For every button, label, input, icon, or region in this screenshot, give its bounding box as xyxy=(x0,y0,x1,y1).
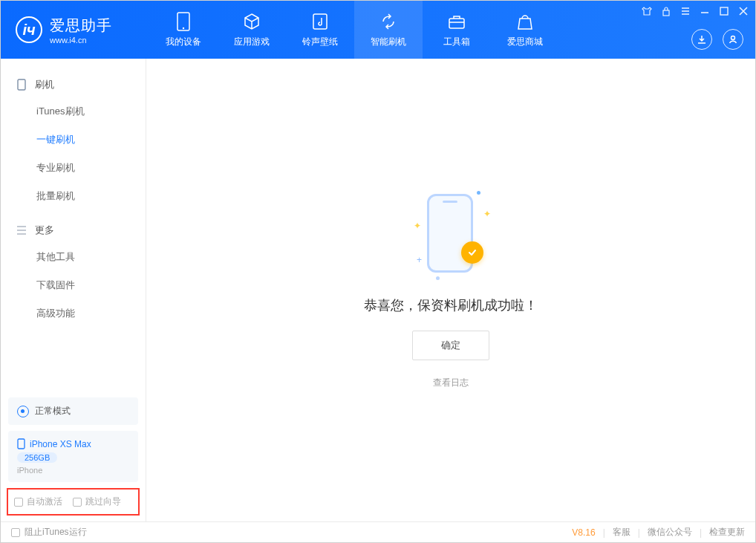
nav-tab-store[interactable]: 爱思商城 xyxy=(491,1,559,59)
nav-label: 应用游戏 xyxy=(234,36,270,48)
section-title: 更多 xyxy=(35,224,54,237)
nav-label: 铃声壁纸 xyxy=(302,36,338,48)
nav-label: 爱思商城 xyxy=(507,36,543,48)
list-icon xyxy=(16,224,27,236)
header-action-icons xyxy=(691,29,743,50)
nav-tab-flash[interactable]: 智能刷机 xyxy=(354,1,423,59)
sidebar-item-itunes-flash[interactable]: iTunes刷机 xyxy=(1,97,146,126)
sidebar: 刷机 iTunes刷机 一键刷机 专业刷机 批量刷机 更多 其他工具 下载固件 … xyxy=(1,59,146,521)
checkbox-icon xyxy=(14,498,23,507)
check-badge-icon xyxy=(461,241,483,264)
svg-rect-7 xyxy=(18,79,25,90)
menu-icon[interactable] xyxy=(680,5,691,17)
phone-outline-icon xyxy=(16,79,27,91)
status-label: 正常模式 xyxy=(35,405,71,417)
checkbox-icon xyxy=(11,528,20,537)
sidebar-bottom: 正常模式 iPhone XS Max 256GB iPhone 自动激活 跳过向… xyxy=(1,397,146,521)
svg-rect-8 xyxy=(18,439,25,449)
download-icon[interactable] xyxy=(691,29,712,50)
status-bar: 阻止iTunes运行 V8.16 | 客服 | 微信公众号 | 检查更新 xyxy=(1,521,755,542)
toolbox-icon xyxy=(447,12,466,31)
nav-label: 智能刷机 xyxy=(371,36,406,48)
device-status[interactable]: 正常模式 xyxy=(8,397,138,425)
view-log-link[interactable]: 查看日志 xyxy=(433,377,469,389)
device-capacity: 256GB xyxy=(17,452,57,463)
checkbox-auto-activate[interactable]: 自动激活 xyxy=(14,495,62,508)
lock-icon[interactable] xyxy=(660,5,672,17)
cube-icon xyxy=(242,12,261,31)
status-dot-icon xyxy=(17,406,29,417)
sidebar-item-advanced[interactable]: 高级功能 xyxy=(1,299,146,328)
svg-rect-2 xyxy=(313,14,327,29)
logo-icon: iч xyxy=(16,16,42,43)
main-content: ✦ ✦ + 恭喜您，保资料刷机成功啦！ 确定 查看日志 xyxy=(146,59,755,521)
flash-options-highlighted: 自动激活 跳过向导 xyxy=(7,488,140,516)
checkbox-icon xyxy=(73,498,82,507)
device-card[interactable]: iPhone XS Max 256GB iPhone xyxy=(8,431,138,482)
checkbox-label: 跳过向导 xyxy=(85,495,121,508)
sidebar-item-oneclick-flash[interactable]: 一键刷机 xyxy=(1,126,146,154)
version-label: V8.16 xyxy=(572,527,595,538)
app-header: iч 爱思助手 www.i4.cn 我的设备 应用游戏 铃声壁纸 xyxy=(1,1,755,59)
sidebar-item-download-firmware[interactable]: 下载固件 xyxy=(1,271,146,299)
window-controls xyxy=(641,5,749,17)
app-body: 刷机 iTunes刷机 一键刷机 专业刷机 批量刷机 更多 其他工具 下载固件 … xyxy=(1,59,755,521)
svg-rect-3 xyxy=(449,19,464,28)
sidebar-section-more: 更多 xyxy=(1,218,146,243)
checkbox-label: 自动激活 xyxy=(27,495,62,508)
success-illustration: ✦ ✦ + xyxy=(414,191,488,280)
minimize-icon[interactable] xyxy=(699,5,711,17)
svg-rect-5 xyxy=(720,7,728,15)
sidebar-item-batch-flash[interactable]: 批量刷机 xyxy=(1,182,146,210)
nav-tab-device[interactable]: 我的设备 xyxy=(149,1,218,59)
svg-point-6 xyxy=(731,36,735,40)
app-logo: iч 爱思助手 www.i4.cn xyxy=(16,1,149,59)
music-icon xyxy=(310,12,330,31)
device-icon xyxy=(174,12,193,31)
footer-link-wechat[interactable]: 微信公众号 xyxy=(648,526,692,539)
user-icon[interactable] xyxy=(723,29,743,50)
svg-rect-4 xyxy=(663,10,669,16)
nav-tab-apps[interactable]: 应用游戏 xyxy=(218,1,286,59)
svg-point-1 xyxy=(183,27,184,28)
bag-icon xyxy=(515,12,535,31)
footer-link-update[interactable]: 检查更新 xyxy=(709,526,745,539)
checkbox-skip-guide[interactable]: 跳过向导 xyxy=(73,495,121,508)
section-title: 刷机 xyxy=(35,78,54,91)
checkbox-block-itunes[interactable]: 阻止iTunes运行 xyxy=(11,526,87,539)
phone-small-icon xyxy=(17,438,25,449)
sidebar-item-pro-flash[interactable]: 专业刷机 xyxy=(1,154,146,182)
sidebar-section-flash: 刷机 xyxy=(1,72,146,97)
footer-link-support[interactable]: 客服 xyxy=(613,526,630,539)
maximize-icon[interactable] xyxy=(718,5,730,17)
device-type: iPhone xyxy=(17,466,129,475)
nav-label: 我的设备 xyxy=(166,36,201,48)
device-name: iPhone XS Max xyxy=(30,439,91,449)
confirm-button[interactable]: 确定 xyxy=(412,331,489,360)
nav-tab-ringtones[interactable]: 铃声壁纸 xyxy=(286,1,354,59)
device-name-row: iPhone XS Max xyxy=(17,438,129,449)
sidebar-item-other-tools[interactable]: 其他工具 xyxy=(1,243,146,271)
refresh-icon xyxy=(379,12,398,31)
nav-tab-toolbox[interactable]: 工具箱 xyxy=(423,1,491,59)
app-subtitle: www.i4.cn xyxy=(50,36,112,45)
app-title: 爱思助手 xyxy=(50,16,112,36)
nav-tabs: 我的设备 应用游戏 铃声壁纸 智能刷机 工具箱 xyxy=(149,1,559,59)
nav-label: 工具箱 xyxy=(443,36,470,48)
footer-right: V8.16 | 客服 | 微信公众号 | 检查更新 xyxy=(572,526,745,539)
success-message: 恭喜您，保资料刷机成功啦！ xyxy=(364,296,538,314)
skin-icon[interactable] xyxy=(641,5,653,17)
checkbox-label: 阻止iTunes运行 xyxy=(25,526,87,539)
close-icon[interactable] xyxy=(737,5,749,17)
